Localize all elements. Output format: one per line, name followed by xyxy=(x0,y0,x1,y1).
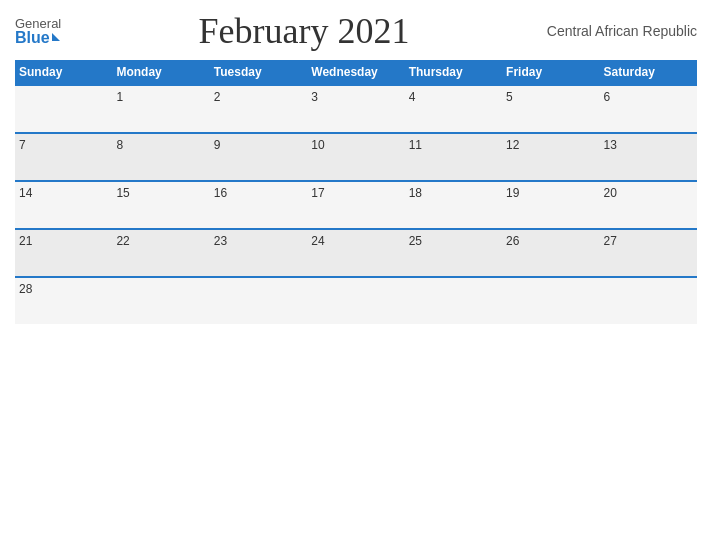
calendar-day-cell: 20 xyxy=(600,181,697,229)
calendar-day-cell: 6 xyxy=(600,85,697,133)
calendar-week-row: 78910111213 xyxy=(15,133,697,181)
calendar-day-cell: 5 xyxy=(502,85,599,133)
calendar-day-cell: 18 xyxy=(405,181,502,229)
calendar-day-cell: 16 xyxy=(210,181,307,229)
calendar-day-cell: 14 xyxy=(15,181,112,229)
calendar-week-row: 14151617181920 xyxy=(15,181,697,229)
calendar-day-cell: 10 xyxy=(307,133,404,181)
calendar-title: February 2021 xyxy=(199,10,410,52)
logo-triangle-icon xyxy=(52,33,60,41)
calendar-week-row: 123456 xyxy=(15,85,697,133)
calendar-header: General Blue February 2021 Central Afric… xyxy=(15,10,697,52)
calendar-day-cell: 22 xyxy=(112,229,209,277)
header-thursday: Thursday xyxy=(405,60,502,85)
calendar-day-cell: 1 xyxy=(112,85,209,133)
calendar-day-cell: 19 xyxy=(502,181,599,229)
calendar-day-cell: 24 xyxy=(307,229,404,277)
calendar-week-row: 28 xyxy=(15,277,697,324)
header-monday: Monday xyxy=(112,60,209,85)
calendar-day-cell: 26 xyxy=(502,229,599,277)
calendar-day-cell xyxy=(112,277,209,324)
calendar-day-cell: 17 xyxy=(307,181,404,229)
logo-blue-text: Blue xyxy=(15,30,61,46)
calendar-day-cell: 13 xyxy=(600,133,697,181)
header-tuesday: Tuesday xyxy=(210,60,307,85)
calendar-table: Sunday Monday Tuesday Wednesday Thursday… xyxy=(15,60,697,324)
calendar-day-cell xyxy=(600,277,697,324)
calendar-day-cell: 11 xyxy=(405,133,502,181)
calendar-day-cell: 4 xyxy=(405,85,502,133)
calendar-day-cell: 25 xyxy=(405,229,502,277)
calendar-day-cell: 27 xyxy=(600,229,697,277)
header-saturday: Saturday xyxy=(600,60,697,85)
header-wednesday: Wednesday xyxy=(307,60,404,85)
calendar-day-cell xyxy=(15,85,112,133)
header-friday: Friday xyxy=(502,60,599,85)
calendar-day-cell: 28 xyxy=(15,277,112,324)
calendar-day-cell xyxy=(210,277,307,324)
calendar-day-cell: 12 xyxy=(502,133,599,181)
logo: General Blue xyxy=(15,17,61,46)
calendar-day-cell: 7 xyxy=(15,133,112,181)
calendar-day-cell: 9 xyxy=(210,133,307,181)
calendar-day-cell xyxy=(405,277,502,324)
calendar-day-cell: 21 xyxy=(15,229,112,277)
calendar-wrapper: General Blue February 2021 Central Afric… xyxy=(0,0,712,550)
header-sunday: Sunday xyxy=(15,60,112,85)
calendar-day-cell xyxy=(307,277,404,324)
calendar-week-row: 21222324252627 xyxy=(15,229,697,277)
calendar-day-cell: 3 xyxy=(307,85,404,133)
calendar-day-cell: 23 xyxy=(210,229,307,277)
calendar-day-cell: 15 xyxy=(112,181,209,229)
calendar-day-cell xyxy=(502,277,599,324)
logo-general-text: General xyxy=(15,17,61,30)
calendar-day-cell: 2 xyxy=(210,85,307,133)
days-header-row: Sunday Monday Tuesday Wednesday Thursday… xyxy=(15,60,697,85)
region-label: Central African Republic xyxy=(547,23,697,39)
calendar-day-cell: 8 xyxy=(112,133,209,181)
calendar-body: 1234567891011121314151617181920212223242… xyxy=(15,85,697,324)
